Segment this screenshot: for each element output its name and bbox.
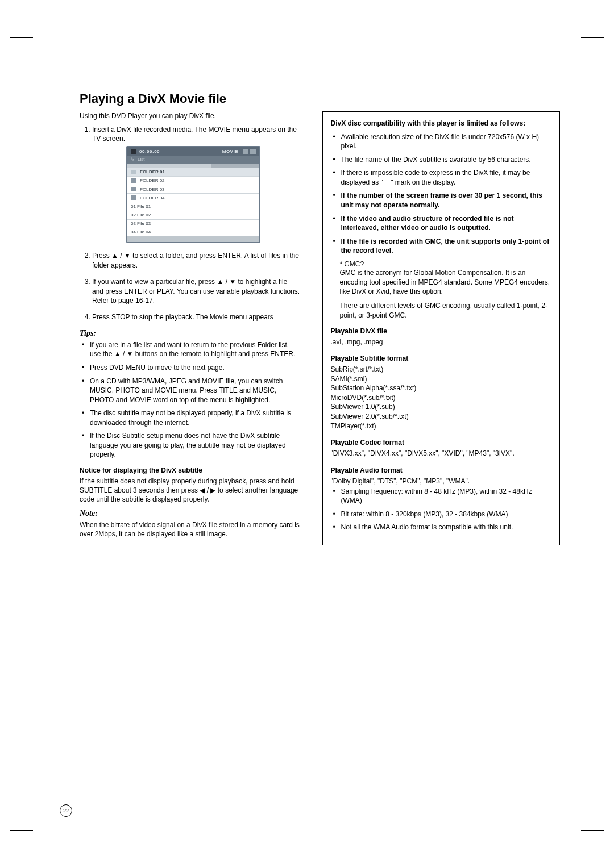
menu-row: FOLDER 02	[127, 176, 259, 185]
menu-row: 03 File 03	[127, 219, 259, 228]
page-title: Playing a DivX Movie file	[80, 91, 560, 107]
steps-list: Insert a DivX file recorded media. The M…	[80, 125, 301, 322]
row-text: 02 File 02	[131, 212, 151, 218]
row-text: FOLDER 04	[140, 195, 165, 201]
compat-item: If the video and audio structure of reco…	[341, 214, 552, 233]
menu-row: FOLDER 03	[127, 185, 259, 193]
menu-sub-label: List	[138, 156, 144, 162]
menu-header: 00:00:00 MOVIE	[127, 147, 259, 156]
folder-icon	[131, 195, 136, 200]
row-text: FOLDER 02	[140, 177, 165, 183]
crop-mark	[10, 830, 33, 831]
tip-item: If the Disc Subtitle setup menu does not…	[90, 431, 301, 460]
audio-item: Bit rate: within 8 - 320kbps (MP3), 32 -…	[341, 510, 552, 519]
audio-item: Not all the WMA Audio format is compatib…	[341, 523, 552, 532]
menu-sub: ↳ List	[127, 156, 259, 164]
folder-open-icon	[131, 170, 136, 174]
audio-format-list: Sampling frequency: within 8 - 48 kHz (M…	[331, 487, 552, 532]
compat-heading: DivX disc compatibility with this player…	[331, 119, 552, 128]
gmc-body: There are different levels of GMC encodi…	[340, 301, 552, 320]
notice-body: If the subtitle does not display properl…	[80, 477, 301, 504]
step-4: Press STOP to stop the playback. The Mov…	[92, 312, 301, 322]
step-text: Insert a DivX file recorded media. The M…	[92, 126, 297, 143]
compat-item: If there is impossible code to express i…	[341, 168, 552, 187]
subtitle-format-list: SubRip(*.srt/*.txt) SAMI(*.smi) SubStati…	[331, 365, 552, 431]
tip-text: If you are in a file list and want to re…	[90, 341, 295, 358]
audio-format-heading: Playable Audio format	[331, 466, 552, 474]
stop-icon	[131, 149, 136, 154]
step-2: Press ▲ / ▼ to select a folder, and pres…	[92, 251, 301, 270]
menu-time: 00:00:00	[139, 148, 222, 155]
menu-row: 04 File 04	[127, 228, 259, 236]
page-number: 22	[60, 804, 72, 817]
intro-text: Using this DVD Player you can play DivX …	[80, 111, 301, 120]
audio-item: Sampling frequency: within 8 - 48 kHz (M…	[341, 487, 552, 506]
subtitle-format-heading: Playable Subtitle format	[331, 354, 552, 362]
movie-menu-preview: 00:00:00 MOVIE ↳ List	[126, 146, 260, 243]
compat-text: If the file is recorded with GMC, the un…	[341, 237, 550, 255]
menu-row: 01 File 01	[127, 202, 259, 210]
menu-tab-icon	[243, 149, 248, 154]
menu-tab-icon	[250, 149, 256, 154]
menu-label: MOVIE	[222, 148, 238, 155]
codec-format-list: "DIVX3.xx", "DIVX4.xx", "DIVX5.xx", "XVI…	[331, 449, 552, 458]
tips-list: If you are in a file list and want to re…	[80, 340, 301, 460]
row-text: 01 File 01	[131, 203, 151, 210]
tip-item: If you are in a file list and want to re…	[90, 340, 301, 359]
folder-icon	[131, 178, 136, 183]
tip-item: The disc subtitle may not be displayed p…	[90, 408, 301, 427]
folder-icon	[131, 187, 136, 191]
step-1: Insert a DivX file recorded media. The M…	[92, 125, 301, 243]
crop-mark	[581, 830, 604, 831]
gmc-star: * GMC?	[340, 260, 552, 268]
step-3: If you want to view a particular file, p…	[92, 277, 301, 306]
divx-file-heading: Playable DivX file	[331, 327, 552, 335]
tip-item: On a CD with MP3/WMA, JPEG and MOVIE fil…	[90, 377, 301, 405]
note-heading: Note:	[80, 509, 301, 518]
menu-footer	[127, 236, 259, 242]
compat-list: Available resolution size of the DivX fi…	[331, 132, 552, 256]
compat-text: If the video and audio structure of reco…	[341, 215, 514, 232]
compat-item: If the number of the screen frame is ove…	[341, 191, 552, 210]
menu-row: FOLDER 04	[127, 193, 259, 202]
crop-mark	[10, 37, 33, 38]
compat-item: The file name of the DivX subtitle is av…	[341, 155, 552, 165]
compat-item: Available resolution size of the DivX fi…	[341, 132, 552, 151]
row-text: FOLDER 03	[140, 186, 165, 193]
tip-item: Press DVD MENU to move to the next page.	[90, 363, 301, 373]
compat-text: If the number of the screen frame is ove…	[341, 191, 542, 209]
audio-format-intro: "Dolby Digital", "DTS", "PCM", "MP3", "W…	[331, 477, 552, 486]
note-body: When the bitrate of video signal on a Di…	[80, 520, 301, 539]
tips-heading: Tips:	[80, 329, 301, 338]
row-text: FOLDER 01	[140, 169, 165, 175]
notice-heading: Notice for displaying the DivX subtitle	[80, 466, 301, 474]
row-text: 04 File 04	[131, 229, 151, 235]
menu-row: 02 File 02	[127, 211, 259, 219]
gmc-body: GMC is the acronym for Global Motion Com…	[340, 268, 552, 297]
menu-rows: FOLDER 01 FOLDER 02 FOLDER 03 FOLDER 04 …	[127, 168, 259, 237]
codec-format-heading: Playable Codec format	[331, 439, 552, 446]
divx-file-ext: .avi, .mpg, .mpeg	[331, 337, 552, 347]
row-text: 03 File 03	[131, 220, 151, 227]
list-arrow-icon: ↳	[131, 156, 135, 162]
compat-item: If the file is recorded with GMC, the un…	[341, 237, 552, 256]
crop-mark	[581, 37, 604, 38]
menu-row: FOLDER 01	[127, 168, 259, 176]
